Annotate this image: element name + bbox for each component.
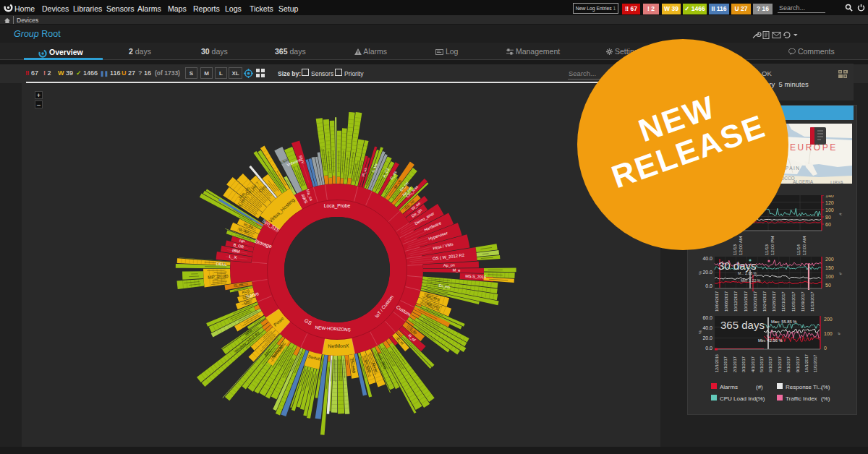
svg-text:LIBYA: LIBYA [830,180,844,184]
svg-text:0.0: 0.0 [705,283,712,288]
svg-text:50: 50 [825,283,831,288]
svg-text:2/1/2017: 2/1/2017 [733,356,737,372]
svg-text:12:00 AM: 12:00 AM [801,236,807,255]
svg-text:11/1/2017: 11/1/2017 [813,355,817,372]
svg-text:10/20/2017: 10/20/2017 [753,291,757,312]
svg-text:#: # [837,333,841,335]
svg-text:CPU Load Ind..: CPU Load Ind.. [720,395,760,402]
svg-text:20.0: 20.0 [702,270,712,275]
svg-text:%: % [698,330,702,334]
svg-text:100: 100 [824,331,833,336]
svg-text:8/1/2017: 8/1/2017 [786,356,791,372]
svg-text:11/13/2017: 11/13/2017 [810,291,814,312]
svg-text:11/01/2017: 11/01/2017 [781,291,786,312]
svg-text:140: 140 [825,195,834,198]
svg-text:11/09/2017: 11/09/2017 [801,291,805,312]
svg-text:11/13: 11/13 [764,244,769,255]
svg-text:M..: 2.08 %: M..: 2.08 % [738,271,757,275]
svg-text:Max: 55.85 %: Max: 55.85 % [771,320,796,324]
svg-text:1/1/2017: 1/1/2017 [723,356,728,372]
svg-text:100: 100 [825,274,834,279]
svg-text:%: % [698,270,702,275]
svg-text:M_e: M_e [453,268,461,273]
svg-text:10/12/2017: 10/12/2017 [733,291,738,312]
svg-text:Min: 42.56 %: Min: 42.56 % [758,338,783,343]
svg-text:12:00 PM: 12:00 PM [770,236,775,255]
svg-text:30 days: 30 days [718,260,757,272]
svg-text:40.0: 40.0 [702,256,712,261]
svg-text:10/04/2017: 10/04/2017 [715,291,719,312]
svg-text:365 days: 365 days [720,319,765,331]
svg-text:NetMonX: NetMonX [328,343,349,349]
svg-text:12/1/2016: 12/1/2016 [715,354,719,372]
svg-text:11/14: 11/14 [796,244,801,255]
svg-text:10/1/2017: 10/1/2017 [804,354,809,372]
svg-text:0.0: 0.0 [705,346,712,351]
svg-text:6/1/2017: 6/1/2017 [768,356,773,372]
svg-text:Alarms: Alarms [720,384,738,390]
svg-text:L_X: L_X [229,254,237,260]
svg-text:10/16/2017: 10/16/2017 [744,291,748,312]
svg-text:10/08/2017: 10/08/2017 [724,291,728,312]
svg-text:Loca_Probe: Loca_Probe [324,203,351,209]
svg-text:60.0: 60.0 [702,315,712,320]
svg-text:80: 80 [825,215,831,220]
svg-text:200: 200 [824,317,833,322]
svg-text:100: 100 [825,207,834,213]
svg-text:40.0: 40.0 [702,325,712,330]
svg-text:10/24/2017: 10/24/2017 [762,291,767,312]
svg-text:#: # [838,273,843,275]
svg-text:(%): (%) [821,395,830,402]
svg-text:(#): (#) [756,384,763,390]
svg-text:11/13: 11/13 [732,244,737,255]
svg-text:(%): (%) [756,395,765,402]
svg-text:20.0: 20.0 [702,335,712,340]
svg-text:120: 120 [825,200,834,205]
svg-text:(%): (%) [821,384,830,390]
svg-text:11/05/2017: 11/05/2017 [791,291,796,312]
svg-text:DELL: DELL [216,262,228,267]
svg-text:#: # [838,213,843,216]
svg-text:Min: 3.22 %: Min: 3.22 % [741,278,761,283]
svg-text:150: 150 [825,265,834,270]
svg-text:10/28/2017: 10/28/2017 [772,291,776,312]
svg-text:0: 0 [824,346,827,351]
svg-text:200: 200 [825,257,834,262]
svg-text:Traffic Index: Traffic Index [786,395,817,402]
svg-text:7/1/2017: 7/1/2017 [778,356,782,372]
svg-text:Ap_on: Ap_on [443,262,455,267]
svg-text:Response Ti...: Response Ti... [786,384,822,390]
svg-text:5/1/2017: 5/1/2017 [760,356,764,372]
svg-text:60: 60 [825,222,831,227]
svg-text:4/1/2017: 4/1/2017 [751,356,755,372]
svg-text:12:00 AM: 12:00 AM [738,236,743,255]
svg-text:3/1/2017: 3/1/2017 [741,356,746,372]
svg-text:9/1/2017: 9/1/2017 [796,356,800,372]
